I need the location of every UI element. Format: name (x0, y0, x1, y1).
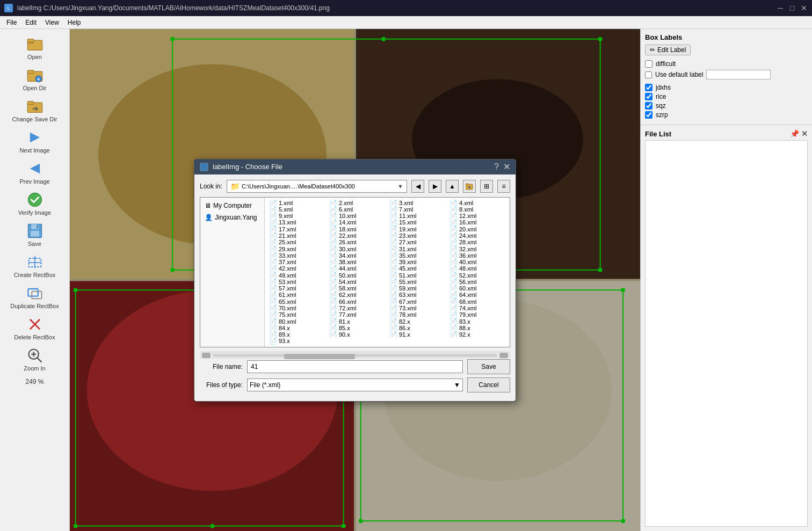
file-item[interactable]: 📄8.xml (447, 206, 508, 213)
file-name-input[interactable] (247, 360, 463, 373)
view-list-btn[interactable]: ≡ (497, 180, 510, 193)
minimize-button[interactable]: ─ (777, 4, 784, 12)
file-item[interactable]: 📄4.xml (447, 200, 508, 206)
menu-file[interactable]: File (2, 18, 21, 27)
file-item[interactable]: 📄66.xml (327, 299, 387, 305)
file-item[interactable]: 📄27.xml (387, 239, 447, 245)
file-item[interactable]: 📄11.xml (387, 213, 447, 219)
h-scrollbar[interactable] (200, 352, 510, 359)
file-item[interactable]: 📄15.xml (387, 219, 447, 226)
open-button[interactable]: Open (5, 33, 64, 62)
file-item[interactable]: 📄57.xml (267, 285, 327, 292)
cancel-dialog-button[interactable]: Cancel (467, 377, 510, 392)
file-item[interactable]: 📄9.xml (267, 213, 327, 219)
file-item[interactable]: 📄63.xml (387, 292, 447, 298)
file-item[interactable]: 📄35.xml (387, 252, 447, 259)
file-item[interactable]: 📄52.xml (447, 272, 508, 278)
file-item[interactable]: 📄34.xml (327, 252, 387, 259)
difficult-checkbox[interactable] (645, 60, 653, 68)
duplicate-rectbox-button[interactable]: Duplicate RectBox (5, 282, 64, 311)
h-scroll-thumb[interactable] (284, 354, 356, 359)
label-checkbox-sqz[interactable] (645, 102, 653, 110)
nav-new-folder-btn[interactable] (463, 180, 476, 193)
file-item[interactable]: 📄50.xml (327, 272, 387, 278)
file-item[interactable]: 📄32.xml (447, 245, 508, 252)
file-item[interactable]: 📄61.xml (267, 292, 327, 298)
file-item[interactable]: 📄93.x (267, 338, 327, 344)
file-item[interactable]: 📄79.xml (447, 311, 508, 318)
file-item[interactable]: 📄26.xml (327, 239, 387, 245)
file-item[interactable]: 📄68.xml (447, 299, 508, 305)
file-item[interactable]: 📄23.xml (387, 232, 447, 239)
menu-view[interactable]: View (41, 18, 63, 27)
save-dialog-button[interactable]: Save (467, 359, 510, 374)
delete-rectbox-button[interactable]: Delete RectBox (5, 314, 64, 343)
file-item[interactable]: 📄12.xml (447, 213, 508, 219)
view-grid-btn[interactable]: ⊞ (480, 180, 493, 193)
label-checkbox-rice[interactable] (645, 93, 653, 100)
nav-back-btn[interactable]: ◀ (411, 180, 424, 193)
file-item[interactable]: 📄33.xml (267, 252, 327, 259)
file-item[interactable]: 📄6.xml (327, 206, 387, 213)
zoom-in-button[interactable]: Zoom In (5, 345, 64, 374)
prev-image-button[interactable]: Prev Image (5, 158, 64, 187)
file-item[interactable]: 📄53.xml (267, 279, 327, 285)
file-item[interactable]: 📄83.x (447, 318, 508, 324)
file-item[interactable]: 📄2.xml (327, 200, 387, 206)
file-item[interactable]: 📄92.x (447, 331, 508, 338)
sidebar-item-my-computer[interactable]: 🖥 My Computer (200, 200, 264, 212)
file-item[interactable]: 📄1.xml (267, 200, 327, 206)
file-item[interactable]: 📄29.xml (267, 245, 327, 252)
save-button[interactable]: Save (5, 220, 64, 249)
file-item[interactable]: 📄19.xml (387, 226, 447, 232)
file-item[interactable]: 📄65.xml (267, 299, 327, 305)
file-item[interactable]: 📄58.xml (327, 285, 387, 292)
file-item[interactable]: 📄39.xml (387, 259, 447, 265)
nav-up-btn[interactable]: ▲ (446, 180, 459, 193)
edit-label-button[interactable]: ✏ Edit Label (645, 45, 691, 55)
file-item[interactable]: 📄86.x (387, 325, 447, 331)
files-of-type-select[interactable]: File (*.xml) ▼ (247, 379, 463, 391)
file-item[interactable]: 📄44.xml (327, 265, 387, 272)
change-save-dir-button[interactable]: Change Save Dir (5, 96, 64, 125)
file-item[interactable]: 📄7.xml (387, 206, 447, 213)
look-in-dropdown[interactable]: 📁 C:\Users\Jingxuan.…\MealDataset400x300… (227, 180, 407, 193)
sidebar-item-jingxuan[interactable]: 👤 Jingxuan.Yang (200, 212, 264, 223)
file-item[interactable]: 📄55.xml (387, 279, 447, 285)
file-item[interactable]: 📄89.x (267, 331, 327, 338)
file-item[interactable]: 📄62.xml (327, 292, 387, 298)
file-item[interactable]: 📄3.xml (387, 200, 447, 206)
file-item[interactable]: 📄70.xml (267, 305, 327, 311)
file-item[interactable]: 📄28.xml (447, 239, 508, 245)
dialog-help-btn[interactable]: ? (494, 163, 499, 171)
file-item[interactable]: 📄56.xml (447, 279, 508, 285)
file-item[interactable]: 📄85.x (327, 325, 387, 331)
canvas-area[interactable]: labelImg - Choose File ? ✕ Look in: 📁 C:… (70, 29, 640, 531)
file-item[interactable]: 📄81.x (327, 318, 387, 324)
pin-icon[interactable]: 📌 (790, 129, 799, 138)
close-button[interactable]: ✕ (800, 4, 808, 12)
file-item[interactable]: 📄18.xml (327, 226, 387, 232)
file-item[interactable]: 📄72.xml (327, 305, 387, 311)
file-item[interactable]: 📄49.xml (267, 272, 327, 278)
file-item[interactable]: 📄51.xml (387, 272, 447, 278)
file-item[interactable]: 📄73.xml (387, 305, 447, 311)
restore-button[interactable]: □ (788, 4, 796, 12)
file-item[interactable]: 📄20.xml (447, 226, 508, 232)
nav-forward-btn[interactable]: ▶ (429, 180, 441, 193)
file-item[interactable]: 📄64.xml (447, 292, 508, 298)
file-item[interactable]: 📄14.xml (327, 219, 387, 226)
file-item[interactable]: 📄90.x (327, 331, 387, 338)
file-item[interactable]: 📄10.xml (327, 213, 387, 219)
dialog-close-btn[interactable]: ✕ (503, 163, 510, 171)
file-item[interactable]: 📄45.xml (387, 265, 447, 272)
menu-edit[interactable]: Edit (21, 18, 41, 27)
file-item[interactable]: 📄24.xml (447, 232, 508, 239)
file-item[interactable]: 📄75.xml (267, 311, 327, 318)
use-default-label-checkbox[interactable] (645, 71, 652, 78)
label-checkbox-szrp[interactable] (645, 111, 653, 119)
create-rectbox-button[interactable]: Create RectBox (5, 251, 64, 280)
file-item[interactable]: 📄54.xml (327, 279, 387, 285)
file-item[interactable]: 📄30.xml (327, 245, 387, 252)
file-item[interactable]: 📄13.xml (267, 219, 327, 226)
